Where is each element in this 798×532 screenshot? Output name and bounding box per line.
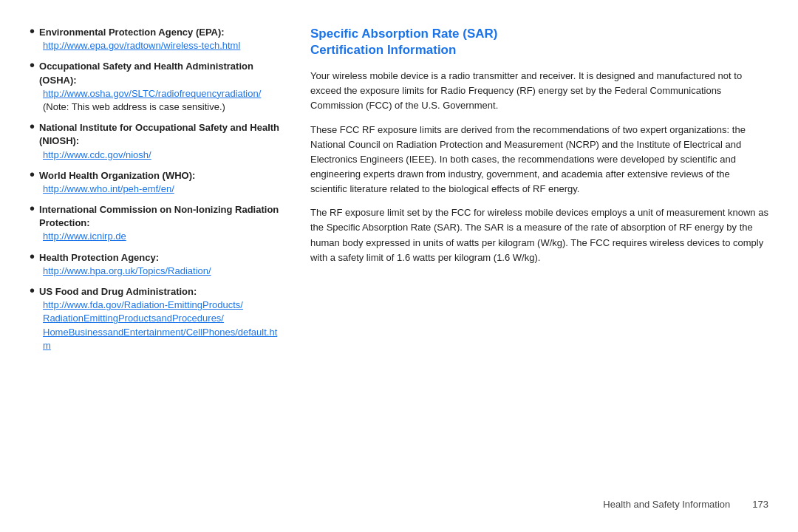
content-area: • Environmental Protection Agency (EPA):… bbox=[30, 22, 768, 491]
bullet-dot: • bbox=[30, 201, 35, 216]
bullet-dot: • bbox=[30, 119, 35, 134]
list-item: • Occupational Safety and Health Adminis… bbox=[30, 60, 281, 114]
paragraph-2: These FCC RF exposure limits are derived… bbox=[310, 123, 768, 197]
footer-page: 173 bbox=[752, 499, 768, 510]
bullet-link[interactable]: http://www.hpa.org.uk/Topics/Radiation/ bbox=[30, 265, 281, 278]
bullet-link3[interactable]: HomeBusinessandEntertainment/CellPhones/… bbox=[30, 326, 281, 352]
bullet-dot: • bbox=[30, 167, 35, 182]
bullet-label: Environmental Protection Agency (EPA): bbox=[39, 26, 225, 39]
bullet-item-header: • National Institute for Occupational Sa… bbox=[30, 121, 281, 148]
bullet-label: Occupational Safety and Health Administr… bbox=[39, 60, 281, 86]
right-column: Specific Absorption Rate (SAR) Certifica… bbox=[310, 22, 768, 491]
bullet-label: World Health Organization (WHO): bbox=[39, 169, 195, 183]
bullet-link[interactable]: http://www.cdc.gov/niosh/ bbox=[30, 149, 281, 162]
page-container: • Environmental Protection Agency (EPA):… bbox=[0, 0, 798, 532]
list-item: • International Commission on Non-Ionizi… bbox=[30, 203, 281, 244]
bullet-note: (Note: This web address is case sensitiv… bbox=[30, 100, 281, 114]
list-item: • Health Protection Agency: http://www.h… bbox=[30, 251, 281, 278]
bullet-list: • Environmental Protection Agency (EPA):… bbox=[30, 26, 281, 352]
section-title-line2: Certification Information bbox=[310, 43, 456, 57]
bullet-item-header: • Environmental Protection Agency (EPA): bbox=[30, 26, 281, 39]
footer-area: Health and Safety Information 173 bbox=[30, 491, 768, 510]
bullet-link[interactable]: http://www.icnirp.de bbox=[30, 230, 281, 243]
list-item: • World Health Organization (WHO): http:… bbox=[30, 169, 281, 196]
bullet-label: Health Protection Agency: bbox=[39, 251, 159, 265]
bullet-label: International Commission on Non-Ionizing… bbox=[39, 203, 281, 230]
bullet-link[interactable]: http://www.who.int/peh-emf/en/ bbox=[30, 183, 281, 196]
bullet-link[interactable]: http://www.fda.gov/Radiation-EmittingPro… bbox=[30, 299, 281, 312]
bullet-dot: • bbox=[30, 24, 35, 38]
bullet-dot: • bbox=[30, 249, 35, 264]
list-item: • US Food and Drug Administration: http:… bbox=[30, 285, 281, 352]
footer-label: Health and Safety Information bbox=[603, 499, 730, 510]
left-column: • Environmental Protection Agency (EPA):… bbox=[30, 22, 281, 491]
bullet-item-header: • World Health Organization (WHO): bbox=[30, 169, 281, 183]
paragraph-1: Your wireless mobile device is a radio t… bbox=[310, 69, 768, 113]
bullet-link[interactable]: http://www.epa.gov/radtown/wireless-tech… bbox=[30, 39, 281, 52]
bullet-dot: • bbox=[30, 58, 35, 72]
list-item: • Environmental Protection Agency (EPA):… bbox=[30, 26, 281, 52]
bullet-item-header: • Occupational Safety and Health Adminis… bbox=[30, 60, 281, 86]
section-title-line1: Specific Absorption Rate (SAR) bbox=[310, 27, 497, 41]
bullet-item-header: • Health Protection Agency: bbox=[30, 251, 281, 265]
paragraph-3: The RF exposure limit set by the FCC for… bbox=[310, 205, 768, 265]
section-title: Specific Absorption Rate (SAR) Certifica… bbox=[310, 26, 768, 58]
bullet-dot: • bbox=[30, 283, 35, 298]
bullet-item-header: • International Commission on Non-Ionizi… bbox=[30, 203, 281, 230]
list-item: • National Institute for Occupational Sa… bbox=[30, 121, 281, 162]
bullet-link[interactable]: http://www.osha.gov/SLTC/radiofrequencyr… bbox=[30, 87, 281, 100]
bullet-item-header: • US Food and Drug Administration: bbox=[30, 285, 281, 299]
bullet-label: National Institute for Occupational Safe… bbox=[39, 121, 281, 148]
bullet-label: US Food and Drug Administration: bbox=[39, 285, 197, 299]
bullet-link2[interactable]: RadiationEmittingProductsandProcedures/ bbox=[30, 312, 281, 325]
